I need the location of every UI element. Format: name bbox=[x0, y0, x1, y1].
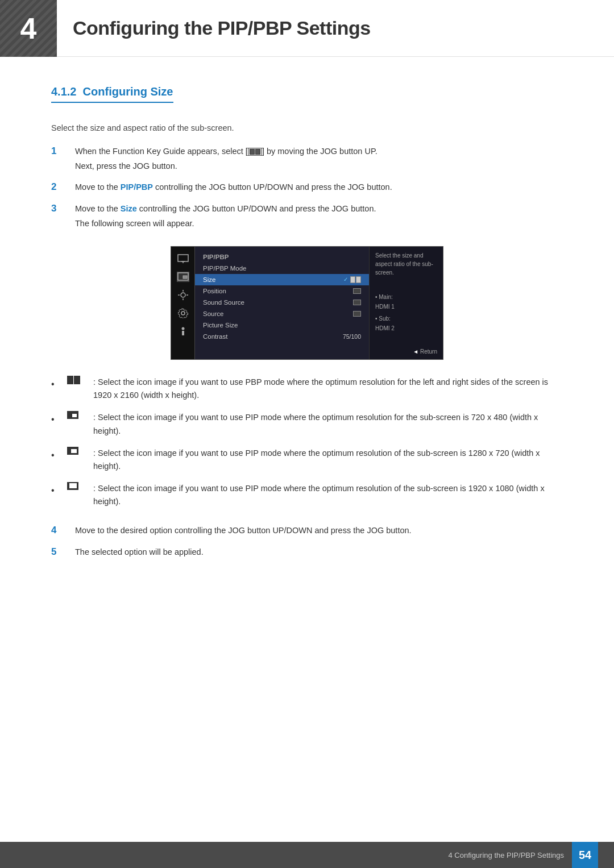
step-5-text: The selected option will be applied. bbox=[75, 546, 204, 559]
osd-display: PIP/PBP PIP/PBP Mode Size ✓ Position bbox=[171, 246, 443, 360]
footer-page-number: 54 bbox=[572, 842, 598, 868]
step-2-text: Move to the PIP/PBP controlling the JOG … bbox=[75, 181, 392, 194]
chapter-number: 4 bbox=[20, 11, 37, 45]
svg-rect-0 bbox=[178, 255, 188, 261]
bullet-item-pip-sm: • : Select the icon image if you want to… bbox=[51, 411, 563, 437]
step-1-num: 1 bbox=[51, 145, 75, 157]
svg-point-5 bbox=[181, 293, 185, 297]
osd-row-size: Size ✓ bbox=[195, 274, 369, 285]
step-4-num: 4 bbox=[51, 524, 75, 536]
osd-check-icon: ✓ bbox=[343, 276, 348, 283]
pip-lg-icon bbox=[67, 482, 90, 490]
osd-icon-gear bbox=[177, 308, 189, 318]
step-3-text: Move to the Size controlling the JOG but… bbox=[75, 202, 376, 230]
step-1-text: When the Function Key Guide appears, sel… bbox=[75, 145, 377, 173]
svg-point-6 bbox=[181, 312, 185, 315]
osd-icon-monitor bbox=[177, 254, 189, 264]
osd-icon-settings bbox=[177, 290, 189, 300]
step-2-num: 2 bbox=[51, 181, 75, 193]
osd-screenshot: PIP/PBP PIP/PBP Mode Size ✓ Position bbox=[51, 246, 563, 360]
osd-soundsource-box bbox=[353, 300, 361, 305]
steps-list: 1 When the Function Key Guide appears, s… bbox=[51, 145, 563, 230]
page-content: 4.1.2 Configuring Size Select the size a… bbox=[0, 57, 614, 620]
step-3-num: 3 bbox=[51, 202, 75, 214]
step-2: 2 Move to the PIP/PBP controlling the JO… bbox=[51, 181, 563, 194]
svg-point-7 bbox=[181, 327, 184, 330]
osd-row-soundsource: Sound Source bbox=[195, 297, 369, 308]
bullet-text-pip-lg: : Select the icon image if you want to u… bbox=[93, 482, 563, 508]
pbp-mode-icon bbox=[67, 376, 90, 384]
svg-rect-8 bbox=[182, 331, 184, 335]
chapter-number-box: 4 bbox=[0, 0, 57, 57]
osd-source-box bbox=[353, 311, 361, 317]
osd-icon-pip-active bbox=[177, 272, 189, 282]
step-4-text: Move to the desired option controlling t… bbox=[75, 524, 412, 537]
page-footer: 4 Configuring the PIP/PBP Settings 54 bbox=[0, 842, 614, 868]
bullet-item-pip-lg: • : Select the icon image if you want to… bbox=[51, 482, 563, 508]
step-3-sub: The following screen will appear. bbox=[75, 217, 376, 230]
page-header: 4 Configuring the PIP/PBP Settings bbox=[0, 0, 614, 57]
step-1-sub: Next, press the JOG button. bbox=[75, 160, 377, 173]
osd-icon-sidebar bbox=[171, 247, 195, 359]
osd-help-text: Select the size and aspect ratio of the … bbox=[375, 251, 437, 277]
bullet-item-pip-md: • : Select the icon image if you want to… bbox=[51, 447, 563, 473]
bullet-text-pip-sm: : Select the icon image if you want to u… bbox=[93, 411, 563, 437]
bullet-text-pbp: : Select the icon image if you want to u… bbox=[93, 376, 563, 402]
pip-md-icon bbox=[67, 447, 90, 455]
step-5-num: 5 bbox=[51, 546, 75, 558]
section-intro: Select the size and aspect ratio of the … bbox=[51, 123, 563, 132]
bullet-text-pip-md: : Select the icon image if you want to u… bbox=[93, 447, 563, 473]
osd-pbp-value-icon bbox=[350, 276, 361, 283]
section-heading: 4.1.2 Configuring Size bbox=[51, 85, 563, 113]
section-number-title: 4.1.2 Configuring Size bbox=[51, 85, 173, 103]
osd-row-picturesize: Picture Size bbox=[195, 319, 369, 331]
osd-menu: PIP/PBP PIP/PBP Mode Size ✓ Position bbox=[195, 247, 369, 359]
osd-position-box bbox=[353, 288, 361, 294]
bullet-item-pbp: • : Select the icon image if you want to… bbox=[51, 376, 563, 402]
osd-sidebar-info: Select the size and aspect ratio of the … bbox=[369, 247, 443, 359]
step-5: 5 The selected option will be applied. bbox=[51, 546, 563, 559]
chapter-title: Configuring the PIP/PBP Settings bbox=[57, 17, 371, 39]
svg-rect-4 bbox=[183, 276, 187, 279]
pip-sm-icon bbox=[67, 411, 90, 419]
footer-text: 4 Configuring the PIP/PBP Settings bbox=[448, 851, 564, 859]
osd-row-contrast: Contrast 75/100 bbox=[195, 331, 369, 342]
step-1: 1 When the Function Key Guide appears, s… bbox=[51, 145, 563, 173]
osd-return-label: ◄ Return bbox=[375, 348, 437, 355]
step-4: 4 Move to the desired option controlling… bbox=[51, 524, 563, 537]
osd-category-label: PIP/PBP bbox=[195, 251, 369, 263]
osd-row-pipmode: PIP/PBP Mode bbox=[195, 263, 369, 274]
osd-icon-info bbox=[177, 326, 189, 337]
final-steps-list: 4 Move to the desired option controlling… bbox=[51, 524, 563, 558]
osd-row-position: Position bbox=[195, 285, 369, 297]
osd-source-info: • Main:HDMI 1 • Sub:HDMI 2 bbox=[375, 292, 437, 333]
step-3: 3 Move to the Size controlling the JOG b… bbox=[51, 202, 563, 230]
bullet-list: • : Select the icon image if you want to… bbox=[51, 376, 563, 509]
osd-row-source: Source bbox=[195, 308, 369, 319]
